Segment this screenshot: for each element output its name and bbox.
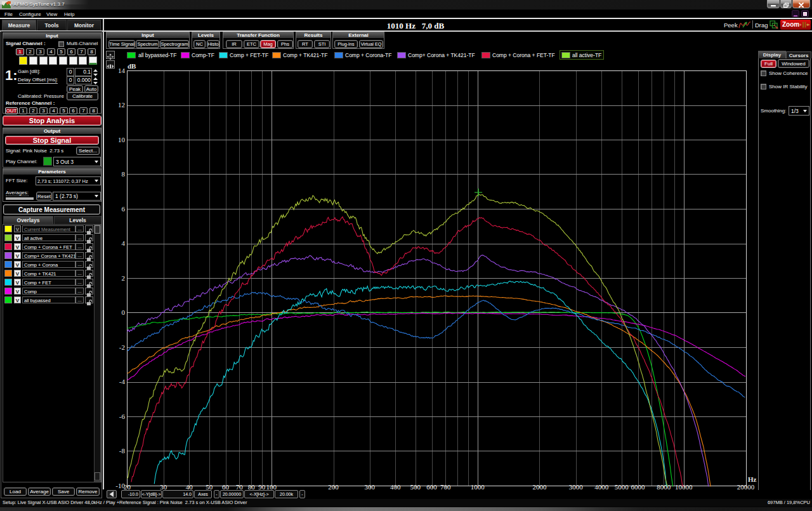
svg-text:-10: -10: [115, 482, 125, 489]
svg-text:dB: dB: [128, 62, 136, 70]
svg-text:4: 4: [122, 239, 126, 247]
svg-text:0: 0: [122, 309, 126, 316]
svg-text:-6: -6: [119, 413, 126, 420]
svg-text:14: 14: [118, 67, 126, 74]
svg-text:Hz: Hz: [748, 475, 757, 483]
svg-text:-2: -2: [119, 343, 125, 351]
svg-text:8: 8: [122, 170, 126, 178]
svg-text:6: 6: [122, 205, 126, 213]
svg-text:-4: -4: [119, 378, 126, 385]
svg-text:12: 12: [118, 101, 125, 109]
svg-text:10: 10: [118, 136, 126, 143]
svg-text:2: 2: [122, 274, 126, 282]
svg-text:-8: -8: [119, 447, 126, 455]
